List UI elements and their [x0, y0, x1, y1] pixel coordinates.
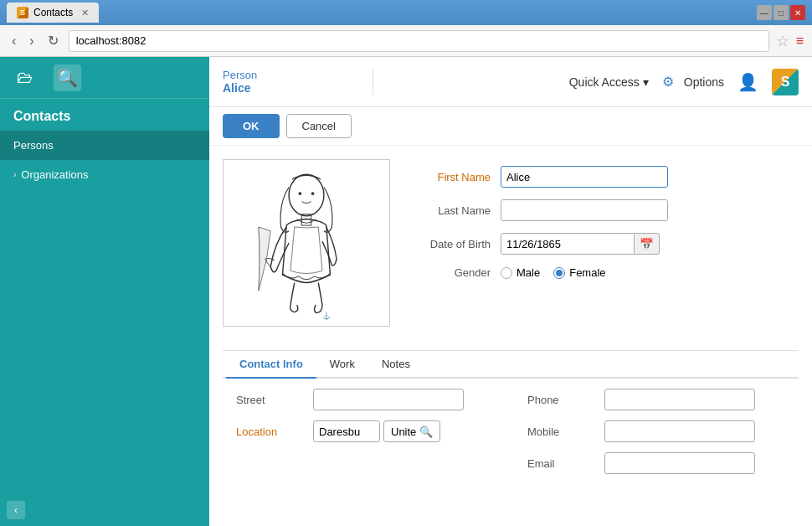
phone-input[interactable]: [604, 389, 755, 410]
breadcrumb: Person Alice: [223, 69, 373, 95]
person-form: ⚓ First Name Last Name Date of Birth: [209, 146, 812, 526]
svg-point-2: [311, 192, 315, 195]
header-actions: Quick Access ▾ ⚙ Options 👤 S: [569, 69, 799, 95]
gender-male-option[interactable]: Male: [501, 266, 540, 279]
folder-icon[interactable]: 🗁: [13, 64, 37, 90]
last-name-input[interactable]: [501, 199, 668, 221]
phone-row: Phone: [527, 389, 785, 410]
addressbar: ‹ › ↻ ☆ ≡: [0, 25, 812, 57]
tabs-section: Contact Info Work Notes Street Location: [223, 350, 799, 494]
address-input[interactable]: [69, 30, 769, 52]
tabs-header: Contact Info Work Notes: [223, 351, 799, 379]
svg-point-1: [299, 192, 302, 195]
gender-options: Male Female: [501, 266, 606, 279]
gear-icon: ⚙: [662, 74, 679, 90]
tab-close-btn[interactable]: ✕: [81, 8, 89, 18]
email-input[interactable]: [604, 452, 755, 474]
close-btn[interactable]: ✕: [790, 5, 805, 20]
sidebar: 🗁 🔍 Contacts Persons › Organizations ‹: [0, 57, 209, 526]
tab-notes[interactable]: Notes: [368, 351, 424, 377]
user-icon[interactable]: 👤: [737, 72, 758, 92]
quick-access-label: Quick Access: [569, 75, 640, 89]
dob-wrapper: 📅: [501, 233, 660, 255]
first-name-input[interactable]: [501, 166, 668, 188]
app-layout: 🗁 🔍 Contacts Persons › Organizations ‹ P…: [0, 57, 812, 526]
options-label: Options: [684, 75, 724, 89]
first-name-label: First Name: [407, 171, 491, 183]
sidebar-persons-label: Persons: [13, 139, 54, 152]
titlebar: S Contacts ✕ — □ ✕: [0, 0, 812, 25]
action-bar: OK Cancel: [209, 107, 812, 146]
sidebar-title: Contacts: [0, 99, 209, 131]
email-label: Email: [527, 457, 594, 470]
sidebar-item-organizations[interactable]: › Organizations: [0, 160, 209, 189]
window-controls: — □ ✕: [757, 5, 805, 20]
location-search-btn[interactable]: Unite 🔍: [383, 420, 440, 442]
phone-label: Phone: [527, 394, 594, 406]
quick-access-chevron: ▾: [643, 75, 649, 89]
gender-female-radio[interactable]: [553, 267, 565, 279]
email-row: Email: [527, 452, 785, 474]
refresh-btn[interactable]: ↻: [44, 31, 62, 50]
gender-male-label: Male: [516, 266, 540, 279]
gender-female-label: Female: [569, 266, 605, 279]
ok-button[interactable]: OK: [223, 114, 280, 138]
mobile-label: Mobile: [527, 425, 594, 438]
cancel-button[interactable]: Cancel: [286, 114, 352, 138]
gender-label: Gender: [407, 266, 491, 279]
last-name-label: Last Name: [407, 204, 491, 217]
location-search-icon: 🔍: [419, 425, 433, 438]
chevron-icon: ›: [13, 170, 16, 179]
search-icon[interactable]: 🔍: [54, 64, 81, 91]
first-name-row: First Name: [407, 166, 799, 188]
content-header: Person Alice Quick Access ▾ ⚙ Options 👤 …: [209, 57, 812, 107]
person-image: ⚓: [223, 159, 390, 327]
location-country-value: Unite: [391, 425, 416, 438]
tab-contact-info[interactable]: Contact Info: [226, 351, 316, 377]
sidebar-organizations-label: Organizations: [21, 168, 88, 181]
quick-access-btn[interactable]: Quick Access ▾: [569, 75, 649, 89]
date-picker-btn[interactable]: 📅: [635, 233, 660, 255]
app-logo: S: [772, 69, 799, 95]
breadcrumb-name: Alice: [223, 81, 356, 95]
svg-point-0: [289, 174, 324, 215]
tab-content-contact-info: Street Location Unite 🔍: [223, 379, 799, 494]
street-input[interactable]: [313, 389, 464, 410]
gender-female-option[interactable]: Female: [553, 266, 605, 279]
contact-left-column: Street Location Unite 🔍: [236, 389, 494, 484]
forward-btn[interactable]: ›: [26, 32, 37, 50]
tab-work[interactable]: Work: [316, 351, 368, 377]
street-row: Street: [236, 389, 494, 410]
location-city-input[interactable]: [313, 420, 380, 442]
dob-row: Date of Birth 📅: [407, 233, 799, 255]
minimize-btn[interactable]: —: [757, 5, 772, 20]
form-fields: First Name Last Name Date of Birth 📅: [407, 159, 799, 327]
browser-menu-btn[interactable]: ≡: [796, 34, 804, 49]
last-name-row: Last Name: [407, 199, 799, 221]
svg-text:⚓: ⚓: [322, 312, 331, 320]
mobile-input[interactable]: [604, 420, 755, 442]
dob-input[interactable]: [501, 233, 635, 255]
breadcrumb-type: Person: [223, 69, 356, 81]
form-top: ⚓ First Name Last Name Date of Birth: [223, 159, 799, 327]
street-label: Street: [236, 394, 303, 406]
alice-svg: ⚓: [239, 163, 373, 322]
contact-info-columns: Street Location Unite 🔍: [236, 389, 785, 484]
tab-favicon: S: [17, 7, 28, 18]
sidebar-icon-bar: 🗁 🔍: [0, 57, 209, 99]
browser-tab[interactable]: S Contacts ✕: [7, 3, 99, 23]
dob-label: Date of Birth: [407, 238, 491, 250]
sidebar-item-persons[interactable]: Persons: [0, 131, 209, 160]
tab-title: Contacts: [33, 7, 73, 18]
gender-female-dot: [556, 270, 563, 276]
mobile-row: Mobile: [527, 420, 785, 442]
sidebar-collapse-btn[interactable]: ‹: [7, 501, 25, 519]
main-content: Person Alice Quick Access ▾ ⚙ Options 👤 …: [209, 57, 812, 526]
location-inputs: Unite 🔍: [313, 420, 440, 442]
bookmark-btn[interactable]: ☆: [776, 32, 789, 50]
options-btn[interactable]: ⚙ Options: [662, 74, 724, 90]
location-row: Location Unite 🔍: [236, 420, 494, 442]
maximize-btn[interactable]: □: [773, 5, 789, 20]
gender-male-radio[interactable]: [501, 267, 512, 279]
back-btn[interactable]: ‹: [8, 32, 19, 50]
